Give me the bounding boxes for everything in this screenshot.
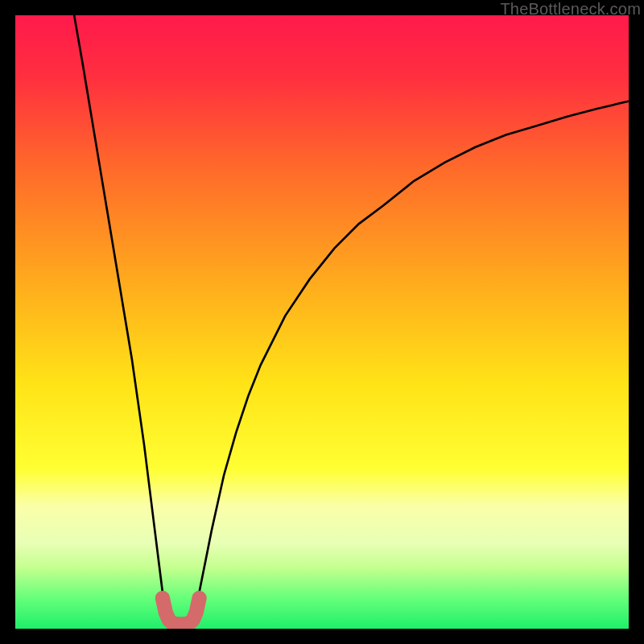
plot-area bbox=[15, 15, 629, 629]
watermark-text: TheBottleneck.com bbox=[500, 0, 641, 19]
chart-curves bbox=[15, 15, 629, 629]
minimum-marker bbox=[163, 598, 200, 625]
curve-right bbox=[193, 101, 629, 621]
curve-left bbox=[74, 15, 168, 621]
chart-frame bbox=[15, 15, 629, 629]
